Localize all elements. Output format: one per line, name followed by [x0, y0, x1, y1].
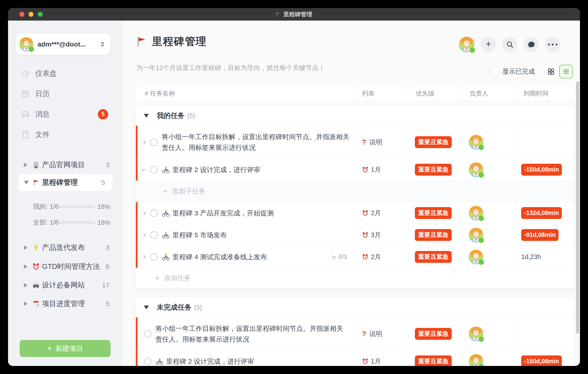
cyclist-icon	[156, 357, 164, 365]
task-title: 里程碑 3 产品开发完成，开始提测	[172, 208, 274, 219]
sidebar-item-label: 文件	[35, 130, 50, 140]
task-title: 里程碑 2 设计完成，进行评审	[172, 165, 260, 175]
caret-down-icon[interactable]	[144, 114, 149, 118]
column-header-task[interactable]: # 任务名称	[136, 87, 354, 100]
page-header: 里程碑管理	[136, 34, 207, 49]
new-project-button[interactable]: + 新建项目	[20, 340, 111, 357]
add-task-label: 添加任务	[164, 274, 191, 283]
assignee-avatar[interactable]	[469, 228, 483, 242]
window-title-text: 里程碑管理	[283, 11, 312, 18]
minimize-button[interactable]	[29, 12, 33, 17]
table-row[interactable]: 里程碑 2 设计完成，进行评审 1月 重要且紧急 -150d,08min	[136, 159, 574, 180]
sidebar-project-item[interactable]: 项目进度管理 5	[8, 294, 122, 313]
grid-view-icon	[547, 68, 555, 75]
sidebar-project-item[interactable]: GTD时间管理方法 6	[8, 257, 122, 276]
group-header[interactable]: 未完成任务 (5)	[136, 297, 574, 317]
project-count: 5	[106, 300, 109, 308]
task-checkbox[interactable]	[150, 253, 158, 261]
project-count: 5	[101, 179, 105, 186]
list-name: 说明	[369, 138, 382, 147]
add-task-row[interactable]: + 添加任务	[136, 268, 574, 288]
column-header-list[interactable]: 列表	[354, 87, 408, 100]
caret-down-icon[interactable]	[144, 306, 149, 309]
sidebar-item-files[interactable]: 文件	[8, 124, 122, 145]
list-view-button[interactable]	[559, 65, 573, 78]
table-row[interactable]: 里程碑 3 产品开发完成，开始提测 2月 重要且紧急 -132d,08min	[136, 202, 574, 224]
table-row[interactable]: 将小组一年工作目标拆解，设置出里程碑时间节点。并指派相关责任人。用标签来展示进行…	[136, 317, 574, 350]
sidebar-item-dashboard[interactable]: 仪表盘	[8, 63, 122, 84]
progress-bar	[59, 221, 95, 224]
sidebar-project-item[interactable]: 设计必备网站 17	[8, 275, 122, 295]
caret-down-icon[interactable]	[24, 181, 29, 184]
task-title: 将小组一年工作目标拆解，设置出里程碑时间节点。并指派相关责任人。用标签来展示进行…	[156, 323, 350, 345]
board-view-button[interactable]	[544, 65, 558, 78]
more-button[interactable]	[545, 37, 560, 52]
table-row[interactable]: 里程碑 4 测试完成准备线上发布 0/3 2月 重要且紧急 1d	[136, 246, 574, 268]
chat-button[interactable]	[524, 37, 539, 52]
search-button[interactable]	[502, 37, 517, 52]
flag-icon	[276, 12, 281, 17]
zoom-button[interactable]	[38, 12, 43, 17]
expand-chevron-icon[interactable]	[141, 233, 146, 237]
expand-chevron-icon[interactable]	[141, 140, 146, 144]
column-header-owner[interactable]: 负责人	[462, 87, 516, 100]
task-checkbox[interactable]	[150, 166, 158, 174]
alarm-clock-icon	[362, 232, 369, 238]
task-checkbox[interactable]	[150, 138, 158, 146]
task-checkbox[interactable]	[150, 231, 158, 239]
sidebar-project-item-selected[interactable]: 里程碑管理 5	[19, 174, 113, 191]
caret-right-icon[interactable]	[24, 163, 28, 167]
add-button[interactable]: +	[481, 37, 496, 52]
table-row[interactable]: 里程碑 2 设计完成，进行评审 1月 重要且紧急 -150d,08min	[136, 350, 574, 366]
caret-right-icon[interactable]	[24, 302, 28, 306]
table-row[interactable]: 将小组一年工作目标拆解，设置出里程碑时间节点。并指派相关责任人。用标签来展示进行…	[136, 125, 574, 159]
task-checkbox[interactable]	[150, 209, 158, 217]
priority-badge: 重要且紧急	[415, 207, 452, 219]
assignee-avatar[interactable]	[469, 135, 483, 150]
project-name: GTD时间管理方法	[42, 262, 100, 272]
expand-chevron-icon[interactable]	[141, 211, 146, 215]
list-name: 2月	[371, 209, 381, 218]
add-subtask-row[interactable]: + 添加子任务	[136, 180, 574, 202]
calendar-pad-icon	[32, 300, 40, 308]
dashboard-icon	[21, 69, 30, 78]
show-completed-checkbox[interactable]	[490, 67, 499, 76]
column-header-due[interactable]: 到期时间	[516, 87, 574, 100]
priority-badge: 重要且紧急	[415, 355, 452, 366]
window-controls	[20, 8, 43, 21]
assignee-avatar[interactable]	[469, 354, 483, 366]
group-header[interactable]: 我的任务 (5)	[136, 106, 574, 125]
list-name: 1月	[371, 165, 381, 174]
task-group-incomplete: 未完成任务 (5) 将小组一年工作目标拆解，设置出里程碑时间节点。并指派相关责任…	[136, 297, 574, 366]
expand-chevron-icon[interactable]	[141, 255, 146, 259]
scrollbar[interactable]	[576, 81, 579, 334]
assignee-avatar[interactable]	[469, 250, 483, 264]
project-description: 为一年12个月设置工作里程碑，目标为导向，抓住每个关键节点！	[136, 64, 325, 72]
column-header-priority[interactable]: 优先级	[408, 87, 462, 100]
user-avatar[interactable]	[459, 37, 474, 52]
assignee-avatar[interactable]	[469, 206, 483, 220]
caret-right-icon[interactable]	[24, 264, 28, 269]
sidebar-project-item[interactable]: 产品官网项目 3	[8, 155, 122, 175]
account-switcher[interactable]: adm***@doot...	[16, 33, 110, 55]
sidebar-item-calendar[interactable]: 日历	[8, 84, 122, 104]
sidebar-item-messages[interactable]: 消息 5	[8, 104, 122, 124]
task-checkbox[interactable]	[144, 330, 151, 338]
task-title: 里程碑 2 设计完成，进行评审	[166, 356, 254, 366]
caret-right-icon[interactable]	[24, 245, 28, 250]
caret-right-icon[interactable]	[24, 283, 28, 287]
main-panel: 里程碑管理 + 为一年12个月设置工作里程碑，目标为导向，抓住每个关键节点！	[122, 21, 580, 366]
sidebar-project-item[interactable]: 产品迭代发布 3	[8, 238, 122, 257]
question-icon: ?	[362, 330, 366, 338]
table-row[interactable]: 里程碑 5 市场发布 3月 重要且紧急 -91d,08min	[136, 224, 574, 246]
close-button[interactable]	[20, 12, 24, 17]
collapse-chevron-icon[interactable]	[141, 167, 146, 171]
task-title: 里程碑 5 市场发布	[172, 230, 227, 241]
show-completed-toggle[interactable]: 显示已完成	[490, 67, 535, 76]
table-header: # 任务名称 列表 优先级 负责人 到期时间	[136, 87, 574, 100]
task-checkbox[interactable]	[144, 358, 151, 365]
cyclist-icon	[162, 231, 170, 239]
plus-icon: +	[486, 39, 491, 49]
assignee-avatar[interactable]	[469, 162, 483, 177]
assignee-avatar[interactable]	[469, 327, 483, 341]
